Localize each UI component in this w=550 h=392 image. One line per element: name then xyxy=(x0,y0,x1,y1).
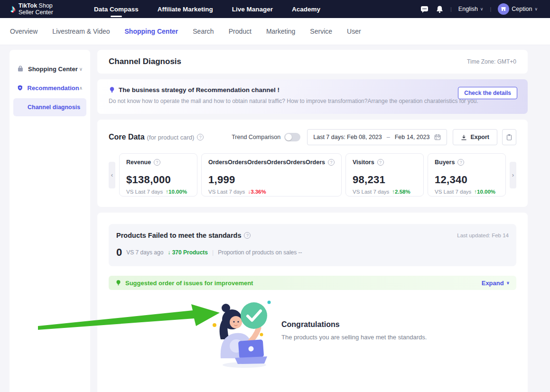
avatar xyxy=(498,3,509,15)
clipboard-icon xyxy=(506,134,512,140)
proportion-label: Proportion of products on sales -- xyxy=(218,249,302,256)
vs-7-days-label: VS 7 days ago xyxy=(126,249,163,256)
chevron-down-icon: ∨ xyxy=(506,280,510,285)
account-name: Ception xyxy=(512,6,532,12)
metric-card-visitors[interactable]: Visitors ? 98,231 VS Last 7 days ↑2.58% xyxy=(345,153,424,196)
metric-value: $138,000 xyxy=(126,174,190,186)
metric-vs-label: VS Last 7 days xyxy=(208,189,245,195)
sidebar-item-label: Shopping Center xyxy=(28,65,78,73)
core-data-section: Core Data (for product card) ? Trend Com… xyxy=(97,120,528,207)
sidebar-item-label: Recommendation xyxy=(28,84,79,92)
sidebar: Shopping Center ∨ Recommendation ∧ Chann… xyxy=(9,50,90,392)
help-icon[interactable]: ? xyxy=(154,159,160,166)
help-icon[interactable]: ? xyxy=(457,159,464,166)
carousel-right-button[interactable]: › xyxy=(510,162,516,188)
main-content: Channel Diagnosis Time Zone: GMT+0 The b… xyxy=(97,50,528,392)
metric-value: 1,999 xyxy=(208,174,335,186)
subnav-item-search[interactable]: Search xyxy=(193,28,214,35)
timezone-label: Time Zone: GMT+0 xyxy=(467,58,516,65)
topnav-item-live-manager[interactable]: Live Manager xyxy=(232,6,273,13)
congratulations-title: Congratulations xyxy=(281,320,340,329)
metric-delta-up: ↑2.58% xyxy=(392,189,410,195)
yellow-dot xyxy=(260,333,263,336)
suggestion-text: Suggested order of issues for improvemen… xyxy=(125,280,253,287)
metric-card-revenue[interactable]: Revenue ? $138,000 VS Last 7 days ↑10.00… xyxy=(119,153,197,196)
tiktok-shop-logo[interactable]: ♪ TikTok Shop Seller Center xyxy=(10,2,53,16)
metric-label: Revenue xyxy=(126,159,151,166)
metric-label: OrdersOrdersOrdersOrdersOrdersOrders xyxy=(208,159,325,166)
secondary-navbar: Overview Livestream & Video Shopping Cen… xyxy=(0,18,550,45)
account-menu[interactable]: Ception ∨ xyxy=(498,3,538,15)
shield-icon xyxy=(17,84,23,91)
export-button[interactable]: Export xyxy=(453,129,497,145)
sidebar-item-recommendation[interactable]: Recommendation ∧ xyxy=(9,78,90,97)
nav-divider: | xyxy=(490,6,491,12)
date-range-end: Feb 14, 2023 xyxy=(395,134,430,140)
language-selector[interactable]: English ∨ xyxy=(458,6,484,12)
expand-button[interactable]: Expand ∨ xyxy=(482,280,510,287)
subnav-item-livestream-video[interactable]: Livestream & Video xyxy=(52,28,110,35)
metric-delta-down: ↓3.36% xyxy=(248,189,266,195)
chevron-down-icon: ∨ xyxy=(79,66,83,72)
chat-icon[interactable] xyxy=(420,5,429,13)
banner-description: Do not know how to operate the mall and … xyxy=(109,98,516,104)
metric-delta-up: ↑10.00% xyxy=(166,189,187,195)
trend-comparison-toggle[interactable] xyxy=(284,133,300,141)
help-icon[interactable]: ? xyxy=(328,159,335,166)
topnav-item-data-compass[interactable]: Data Compass xyxy=(94,6,139,13)
expand-label: Expand xyxy=(482,280,504,287)
last-updated-label: Last updated: Feb 14 xyxy=(457,233,509,238)
metric-card-orders[interactable]: OrdersOrdersOrdersOrdersOrdersOrders ? 1… xyxy=(201,153,342,196)
congratulations-text: The products you are selling have met th… xyxy=(281,334,427,341)
subnav-item-service[interactable]: Service xyxy=(310,28,332,35)
page-header: Channel Diagnosis Time Zone: GMT+0 xyxy=(97,50,528,74)
sidebar-item-shopping-center[interactable]: Shopping Center ∨ xyxy=(9,59,90,78)
core-data-subtitle: (for product card) xyxy=(147,134,195,141)
arrow-down-icon: ↓ xyxy=(168,249,170,256)
subnav-item-product[interactable]: Product xyxy=(229,28,252,35)
metric-label: Visitors xyxy=(353,159,374,166)
suggestion-bar: Suggested order of issues for improvemen… xyxy=(109,276,516,290)
subnav-item-overview[interactable]: Overview xyxy=(10,28,37,35)
topnav-item-academy[interactable]: Academy xyxy=(292,6,320,13)
check-badge xyxy=(241,302,267,329)
products-failed-title: Products Failed to meet the standards xyxy=(116,232,241,239)
carousel-left-button[interactable]: ‹ xyxy=(109,162,115,188)
sidebar-subitem-label: Channel diagnosis xyxy=(28,104,80,111)
subnav-item-shopping-center[interactable]: Shopping Center xyxy=(125,28,178,35)
language-label: English xyxy=(458,6,478,12)
topnav-item-affiliate-marketing[interactable]: Affiliate Marketing xyxy=(158,6,213,13)
copy-button[interactable] xyxy=(502,129,516,145)
metric-card-buyers[interactable]: Buyers ? 12,340 VS Last 7 days ↑10.00% xyxy=(428,153,506,196)
metric-value: 98,231 xyxy=(353,174,417,186)
topnav-menu: Data Compass Affiliate Marketing Live Ma… xyxy=(94,6,320,13)
logo-brand: TikTok xyxy=(19,2,37,9)
chevron-down-icon: ∨ xyxy=(480,7,484,11)
calendar-icon xyxy=(434,134,441,140)
core-data-title: Core Data xyxy=(109,133,145,141)
trend-comparison-label: Trend Comparison xyxy=(232,134,280,140)
products-delta: ↓ 370 Products xyxy=(168,249,208,256)
products-standards-section: Products Failed to meet the standards ? … xyxy=(97,213,528,392)
teal-dot xyxy=(268,301,271,304)
logo-brand-light: Shop xyxy=(37,2,53,9)
bag-icon xyxy=(17,65,24,72)
help-icon[interactable]: ? xyxy=(377,159,384,166)
bell-icon[interactable] xyxy=(435,5,444,13)
check-details-button[interactable]: Check the details xyxy=(458,87,517,99)
strategy-banner: The business strategy of Recommendation … xyxy=(97,79,528,114)
sidebar-item-channel-diagnosis[interactable]: Channel diagnosis xyxy=(13,98,86,116)
date-range-picker[interactable]: Last 7 days: Feb 08, 2023 – Feb 14, 2023 xyxy=(307,129,447,145)
metric-label: Buyers xyxy=(435,159,455,166)
subnav-item-user[interactable]: User xyxy=(347,28,361,35)
yellow-dot xyxy=(213,323,216,327)
help-icon[interactable]: ? xyxy=(244,232,251,239)
metric-delta-up: ↑10.00% xyxy=(474,189,495,195)
congratulations-illustration xyxy=(211,296,278,369)
metric-vs-label: VS Last 7 days xyxy=(353,189,389,195)
subnav-item-marketing[interactable]: Marketing xyxy=(266,28,295,35)
stat-divider: | xyxy=(212,249,214,256)
download-icon xyxy=(461,134,467,140)
chevron-down-icon: ∨ xyxy=(534,7,538,11)
help-icon[interactable]: ? xyxy=(197,134,204,140)
